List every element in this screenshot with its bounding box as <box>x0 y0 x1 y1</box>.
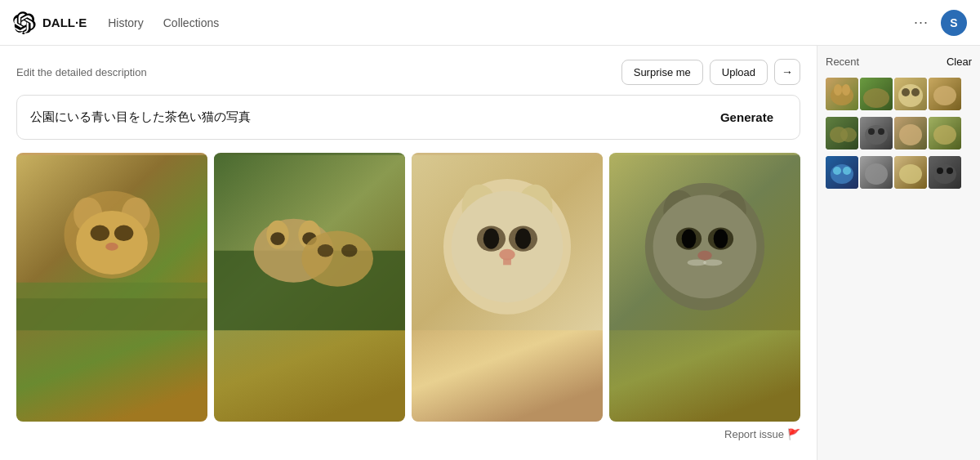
thumb-svg-10 <box>860 156 893 189</box>
svg-point-52 <box>911 88 920 96</box>
thumb-svg-1 <box>826 78 858 110</box>
thumb-svg-6 <box>860 117 893 150</box>
footer-row: Report issue 🚩 <box>16 422 800 447</box>
thumbnail-row-2 <box>826 117 972 150</box>
cat-image-svg-4 <box>609 153 800 333</box>
svg-point-5 <box>91 226 109 242</box>
svg-point-51 <box>902 88 910 96</box>
svg-point-27 <box>483 228 500 248</box>
flag-icon: 🚩 <box>787 428 800 440</box>
thumbnail-row-1 <box>826 78 972 110</box>
svg-point-57 <box>840 127 857 142</box>
thumbnail-5[interactable] <box>826 117 858 150</box>
toolbar-actions: Surprise me Upload → <box>621 59 800 85</box>
svg-point-69 <box>843 167 851 175</box>
svg-point-73 <box>899 164 922 184</box>
image-grid <box>16 153 800 422</box>
svg-point-29 <box>499 249 515 261</box>
svg-point-67 <box>831 164 853 184</box>
svg-point-19 <box>341 244 358 257</box>
thumb-svg-12 <box>929 156 961 189</box>
svg-point-77 <box>947 167 953 174</box>
svg-point-28 <box>515 228 532 248</box>
upload-button[interactable]: Upload <box>710 60 768 85</box>
thumbnail-6[interactable] <box>860 117 893 150</box>
thumb-svg-5 <box>826 117 858 150</box>
generated-image-4[interactable] <box>609 153 800 422</box>
svg-point-54 <box>933 86 956 105</box>
nav-history[interactable]: History <box>100 11 152 34</box>
cat-image-svg-2 <box>214 153 405 333</box>
sidebar-title: Recent <box>826 56 859 68</box>
thumbnail-10[interactable] <box>860 156 893 189</box>
svg-point-18 <box>318 244 334 257</box>
main-layout: Edit the detailed description Surprise m… <box>0 46 980 460</box>
thumbnail-11[interactable] <box>894 156 927 189</box>
svg-point-68 <box>833 167 841 175</box>
svg-point-38 <box>682 229 697 248</box>
svg-point-45 <box>834 84 842 96</box>
more-menu-button[interactable]: ··· <box>908 10 934 36</box>
thumbnail-8[interactable] <box>929 117 961 150</box>
svg-point-60 <box>868 128 875 135</box>
app-logo[interactable]: DALL·E <box>13 11 87 34</box>
surprise-me-button[interactable]: Surprise me <box>621 60 703 85</box>
generated-image-3[interactable] <box>412 153 603 422</box>
thumbnail-9[interactable] <box>826 156 858 189</box>
generate-button[interactable]: Generate <box>707 104 786 131</box>
thumbnail-7[interactable] <box>894 117 927 150</box>
svg-point-42 <box>703 259 722 266</box>
svg-point-76 <box>937 167 943 174</box>
prompt-input[interactable] <box>30 110 707 124</box>
openai-icon <box>13 11 36 34</box>
thumbnail-3[interactable] <box>894 78 927 110</box>
app-name: DALL·E <box>42 16 87 29</box>
sidebar: Recent Clear <box>817 46 980 460</box>
svg-point-35 <box>653 195 757 299</box>
thumb-svg-8 <box>929 117 961 150</box>
generated-image-2[interactable] <box>214 153 405 422</box>
sidebar-clear-button[interactable]: Clear <box>947 56 972 68</box>
svg-rect-9 <box>16 298 207 330</box>
thumbnail-2[interactable] <box>860 78 893 110</box>
prompt-input-row: Generate <box>16 95 800 140</box>
report-issue-link[interactable]: Report issue 🚩 <box>724 428 800 440</box>
svg-point-39 <box>714 229 728 248</box>
avatar[interactable]: S <box>941 10 967 36</box>
toolbar-row: Edit the detailed description Surprise m… <box>16 59 800 85</box>
svg-point-75 <box>933 164 956 184</box>
svg-point-61 <box>878 128 884 135</box>
thumbnail-1[interactable] <box>826 78 858 110</box>
expand-icon: → <box>782 65 793 78</box>
nav-collections[interactable]: Collections <box>155 11 227 34</box>
svg-point-59 <box>865 125 888 145</box>
svg-point-71 <box>865 163 888 185</box>
thumbnail-12[interactable] <box>929 156 961 189</box>
generated-image-1[interactable] <box>16 153 207 422</box>
sidebar-header: Recent Clear <box>826 56 972 68</box>
thumb-svg-9 <box>826 156 858 189</box>
content-area: Edit the detailed description Surprise m… <box>0 46 817 460</box>
svg-point-17 <box>301 230 373 286</box>
thumb-svg-2 <box>860 78 893 110</box>
svg-point-63 <box>899 124 922 145</box>
svg-point-50 <box>898 84 923 107</box>
svg-point-7 <box>105 243 118 251</box>
svg-point-6 <box>114 226 133 242</box>
cat-image-svg-1 <box>16 153 207 333</box>
thumb-svg-11 <box>894 156 927 189</box>
thumb-svg-7 <box>894 117 927 150</box>
svg-point-48 <box>863 88 889 108</box>
cat-image-svg-3 <box>412 153 603 333</box>
svg-point-24 <box>452 191 564 303</box>
thumb-svg-3 <box>894 78 927 110</box>
thumb-svg-4 <box>929 78 961 110</box>
toolbar-hint: Edit the detailed description <box>16 66 147 78</box>
header: DALL·E History Collections ··· S <box>0 0 980 46</box>
expand-button[interactable]: → <box>774 59 800 85</box>
svg-point-15 <box>270 232 285 245</box>
report-issue-label: Report issue <box>724 428 784 440</box>
thumbnail-4[interactable] <box>929 78 961 110</box>
header-nav: History Collections <box>100 11 227 34</box>
thumbnail-row-3 <box>826 156 972 189</box>
